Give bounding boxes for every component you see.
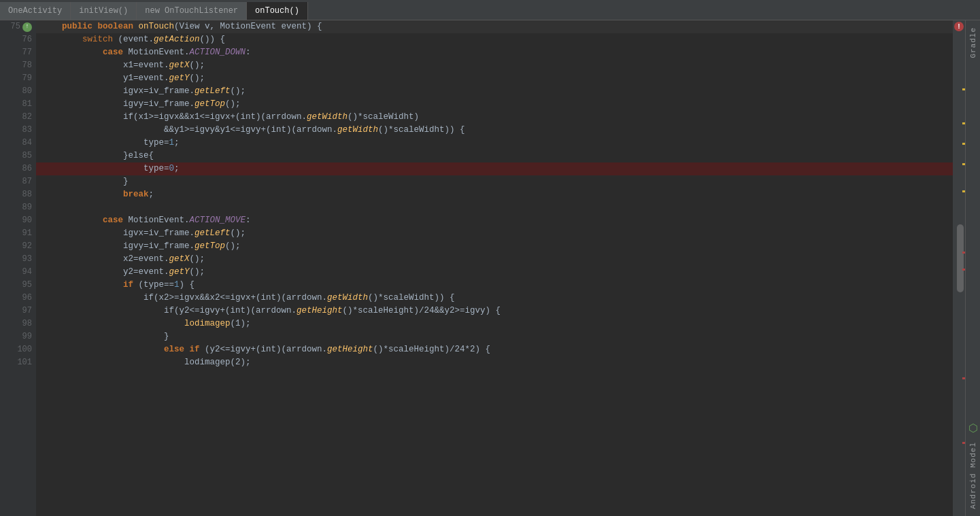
code-line-83: &&y1>=igvy&y1<=igvy+(int)(arrdown.getWid… <box>36 124 953 137</box>
line-number-76: 76 <box>5 33 32 46</box>
code-line-86: type=0; <box>36 162 953 175</box>
code-line-98: lodimagep(1); <box>36 317 953 330</box>
line-number-77: 77 <box>5 46 32 59</box>
scroll-mark <box>962 190 965 192</box>
line-number-87: 87 <box>5 175 32 188</box>
code-line-84: type=1; <box>36 137 953 150</box>
line-number-101: 101 <box>5 356 32 369</box>
code-line-97: if(y2<=igvy+(int)(arrdown.getHeight()*sc… <box>36 305 953 317</box>
line-number-90: 90 <box>5 214 32 227</box>
code-line-95: if (type==1) { <box>36 279 953 292</box>
android-model-icon: ⬡ <box>968 422 978 435</box>
scroll-mark <box>962 122 965 124</box>
scroll-mark <box>962 163 965 165</box>
scroll-mark <box>962 377 965 379</box>
tab-one-activity[interactable]: OneActivity <box>0 2 71 20</box>
code-line-79: y1=event.getY(); <box>36 72 953 85</box>
code-line-85: }else{ <box>36 150 953 162</box>
line-number-98: 98 <box>5 317 32 330</box>
code-line-90: case MotionEvent.ACTION_MOVE: <box>36 214 953 227</box>
line-number-100: 100 <box>5 343 32 356</box>
line-number-81: 81 <box>5 98 32 111</box>
line-number-96: 96 <box>5 292 32 305</box>
scroll-mark <box>962 252 965 254</box>
scrollbar-panel[interactable]: ! <box>953 20 965 516</box>
line-number-97: 97 <box>5 305 32 317</box>
line-number-82: 82 <box>5 111 32 124</box>
code-line-82: if(x1>=igvx&&x1<=igvx+(int)(arrdown.getW… <box>36 111 953 124</box>
code-line-94: y2=event.getY(); <box>36 266 953 279</box>
code-line-89 <box>36 201 953 214</box>
code-line-96: if(x2>=igvx&&x2<=igvx+(int)(arrdown.getW… <box>36 292 953 305</box>
line-number-89: 89 <box>5 201 32 214</box>
code-line-92: igvy=iv_frame.getTop(); <box>36 240 953 253</box>
line-number-91: 91 <box>5 227 32 240</box>
scroll-mark <box>962 269 965 271</box>
line-number-88: 88 <box>5 188 32 201</box>
code-line-80: igvx=iv_frame.getLeft(); <box>36 85 953 98</box>
line-numbers: 75↑7677787980818283848586878889909192939… <box>5 20 36 516</box>
scroll-mark <box>962 88 965 90</box>
code-line-88: break; <box>36 188 953 201</box>
line-number-75: 75↑ <box>5 20 32 33</box>
line-number-79: 79 <box>5 72 32 85</box>
code-line-93: x2=event.getX(); <box>36 253 953 266</box>
line-number-92: 92 <box>5 240 32 253</box>
code-line-78: x1=event.getX(); <box>36 59 953 72</box>
scrollbar-thumb[interactable] <box>957 224 964 292</box>
line-number-94: 94 <box>5 266 32 279</box>
tab-init-view[interactable]: initView() <box>71 2 137 20</box>
gradle-label: Gradle <box>969 27 977 58</box>
code-editor[interactable]: public boolean onTouch(View v, MotionEve… <box>36 20 953 516</box>
left-gutter <box>0 20 5 516</box>
code-line-99: } <box>36 330 953 343</box>
tab-on-touch[interactable]: onTouch() <box>247 2 308 20</box>
line-number-85: 85 <box>5 150 32 162</box>
tab-bar: OneActivity initView() new OnTouchListen… <box>0 0 980 20</box>
code-line-75: public boolean onTouch(View v, MotionEve… <box>36 20 953 33</box>
code-line-100: else if (y2<=igvy+(int)(arrdown.getHeigh… <box>36 343 953 356</box>
scroll-mark <box>962 143 965 145</box>
line-number-84: 84 <box>5 137 32 150</box>
line-number-78: 78 <box>5 59 32 72</box>
error-indicator: ! <box>954 22 964 31</box>
scrollbar-track[interactable] <box>953 34 965 516</box>
code-line-91: igvx=iv_frame.getLeft(); <box>36 227 953 240</box>
line-number-83: 83 <box>5 124 32 137</box>
code-line-101: lodimagep(2); <box>36 356 953 369</box>
line-number-80: 80 <box>5 85 32 98</box>
code-line-87: } <box>36 175 953 188</box>
code-line-77: case MotionEvent.ACTION_DOWN: <box>36 46 953 59</box>
line-number-99: 99 <box>5 330 32 343</box>
tab-on-touch-listener[interactable]: new OnTouchListener <box>137 2 247 20</box>
scroll-mark <box>962 442 965 444</box>
line-number-86: 86 <box>5 162 32 175</box>
android-model-label: Android Model <box>969 442 977 509</box>
line-number-95: 95 <box>5 279 32 292</box>
code-line-81: igvy=iv_frame.getTop(); <box>36 98 953 111</box>
gradle-side-panel[interactable]: Gradle ⬡ Android Model <box>965 20 980 516</box>
code-line-76: switch (event.getAction()) { <box>36 33 953 46</box>
line-number-93: 93 <box>5 253 32 266</box>
breakpoint-badge: ↑ <box>22 22 32 32</box>
